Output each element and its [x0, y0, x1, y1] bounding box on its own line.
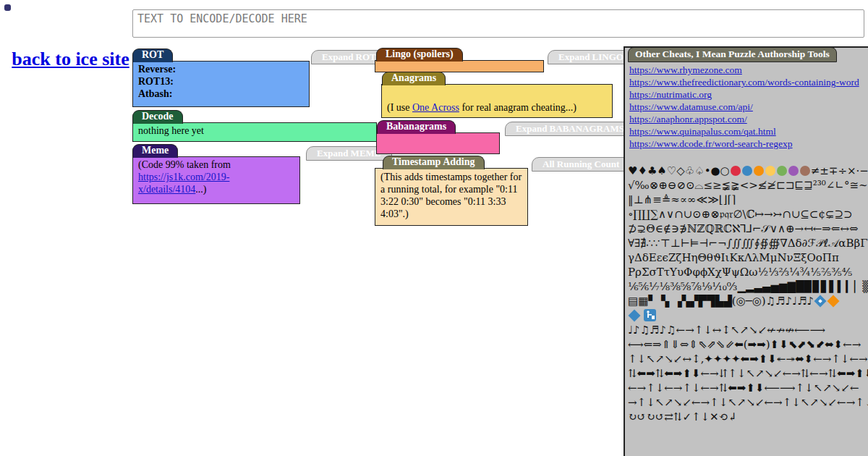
rot-rot13-label: ROT13:	[138, 75, 304, 88]
corner-mark	[4, 4, 11, 11]
all-running-count-button[interactable]: All Running Count	[532, 157, 630, 172]
meme-note-suffix: ...)	[195, 184, 206, 195]
symbol-row[interactable]: ⟷⇐⇒⇑⇓⇔⇕⇖⇗⇘⇙⬅(➡➡)⬆⬇⬉⬈⬊⬋⬌⬍←→	[628, 337, 868, 352]
rhymezone-link[interactable]: https://www.rhymezone.com	[629, 64, 742, 75]
meme-output-box: (Code 99% taken from https://js1k.com/20…	[132, 156, 300, 204]
expand-babanagrams-button[interactable]: Expand BABANAGRAMS	[505, 122, 635, 136]
symbol-row[interactable]: ▤▦▘▝▖▗▚▞▛▜▙▟(◎─◎)♫♬♪♩♬♪	[628, 294, 868, 308]
symbol-row[interactable]: ⊅⊋Θ∈∉∋∌ℕℤℚℝℂℵ⅂⅃⌐𝒮∨∧⊕→↤←⇒⇐↔⇔	[628, 221, 868, 236]
anaphonr-link[interactable]: https://anaphonr.appspot.com/	[629, 114, 747, 124]
tab-decode[interactable]: Decode	[132, 110, 183, 124]
lingo-output-box	[375, 60, 544, 72]
timestamp-note-box: (This adds timestamps together for a run…	[375, 168, 528, 226]
rot-reverse-label: Reverse:	[138, 63, 304, 75]
symbol-row[interactable]: ‖⊥⋔≡≜≈∝∞≪≫⌊⌋⌈⌉	[628, 193, 868, 207]
babanagrams-output-box	[376, 132, 500, 154]
symbol-palette: ♥♦♣♠♡◇♧♤•●○≠±∓÷×·− √‰⊗⊕⊖⊘⊙⌓≤≥≨≩<>≰≱⊏⊐⊑⊒²…	[628, 164, 868, 424]
anagrams-note-suffix: for real anagram cheating...)	[459, 102, 576, 113]
symbol-row[interactable]: ♥♦♣♠♡◇♧♤•●○≠±∓÷×·−	[628, 164, 868, 178]
quinapalus-link[interactable]: https://www.quinapalus.com/qat.html	[629, 126, 776, 137]
one-across-link[interactable]: One Across	[412, 102, 459, 113]
tab-timestamp-adding[interactable]: Timestamp Adding	[383, 156, 485, 169]
meme-js1k-link[interactable]: https://js1k.com/2019-x/details/4104	[138, 172, 229, 195]
anagrams-note-prefix: (I use	[387, 102, 412, 113]
symbol-row[interactable]: ↻↺↻↺⇄⇅✓↑↓✕⟲↲	[628, 410, 868, 424]
blue-diamond-icon[interactable]	[629, 310, 641, 322]
symbol-row[interactable]	[628, 308, 868, 323]
blue-diamond-dotted-icon[interactable]	[814, 295, 827, 308]
symbol-row[interactable]: ←→↑↓←→↑↓←→⇅⬅➡⬆⬇⟵⟶↑↓↖↗↘↙←	[628, 381, 868, 395]
colored-dot-icons	[730, 164, 811, 177]
tab-lingo[interactable]: Lingo (spoilers)	[376, 48, 463, 62]
symbol-row[interactable]: ♩♪♫♬♪♫←→↑↓↔↕↖↗↘↙↚↛↮⟵⟶	[628, 323, 868, 337]
symbol-row[interactable]: ∘∏∐∑∧∨∩∪⊙⊕⊗𝔭𝔮𝔯∅\ℂ↦→↣∩∪⊆⊂¢⊊⊇⊃	[628, 207, 868, 221]
encode-decode-input[interactable]	[132, 9, 864, 38]
link-item: https://www.thefreedictionary.com/words-…	[629, 76, 865, 88]
thefreedictionary-link[interactable]: https://www.thefreedictionary.com/words-…	[629, 77, 859, 88]
cheats-link-list: https://www.rhymezone.com https://www.th…	[629, 64, 865, 150]
symbol-row[interactable]: ⇅⬅➡⇅⬅➡⬆⬇←→⇵↑↓↖↗↘↙←→⇅←→⇅⬅➡⬆⬇	[628, 366, 868, 381]
rot-atbash-label: Atbash:	[138, 88, 304, 100]
cheats-panel-title: Other Cheats, I Mean Puzzle Authorship T…	[628, 47, 837, 62]
symbol-row[interactable]: ↑↓↖↗↘↙↔↕‚✦✦✦✦⬅➡⬆⬇↞↠⬌⬍←→↑↓←→	[628, 352, 868, 366]
tab-rot[interactable]: ROT	[132, 48, 173, 62]
tab-babanagrams[interactable]: Babanagrams	[377, 120, 456, 134]
link-item: https://www.dcode.fr/word-search-regexp	[629, 138, 865, 150]
orange-diamond-icon[interactable]	[827, 295, 840, 308]
link-item: https://www.quinapalus.com/qat.html	[629, 125, 865, 138]
symbol-row[interactable]: ΡρΣσΤτΥυΦφϕΧχΨψΩω½⅓⅔¼¾⅕⅖⅗⅘	[628, 265, 868, 279]
symbol-row[interactable]: ⅙⅚⅐⅛⅜⅝⅞⅑⅒↉▁▂▃▄▅▆▇█▉▊▋▌▍▎▏▒	[628, 279, 868, 294]
rot-output-box: Reverse: ROT13: Atbash:	[132, 61, 310, 107]
symbol-row[interactable]: √‰⊗⊕⊖⊘⊙⌓≤≥≨≩<>≰≱⊏⊐⊑⊒²³⁰∠∟°≅~	[628, 178, 868, 193]
link-item: https://anaphonr.appspot.com/	[629, 113, 865, 125]
datamuse-link[interactable]: https://www.datamuse.com/api/	[629, 101, 753, 112]
put-litter-in-bin-icon[interactable]	[644, 309, 656, 321]
tab-anagrams[interactable]: Anagrams	[382, 72, 446, 85]
meme-note-prefix: (Code 99% taken from	[138, 159, 231, 170]
decode-output-box: nothing here yet	[132, 122, 377, 142]
symbol-row[interactable]: ∀∃∄∴∵⊤⊥⊢⊨⊣⌐¬∫∬∭∮∯∰∇Δδ∂ℱ𝒫ℓ𝒜αΒβΓ	[628, 236, 868, 250]
back-to-ice-site-link[interactable]: back to ice site	[4, 48, 137, 70]
tab-meme[interactable]: Meme	[132, 144, 178, 158]
nutrimatic-link[interactable]: https://nutrimatic.org	[629, 89, 712, 100]
dcode-link[interactable]: https://www.dcode.fr/word-search-regexp	[629, 138, 793, 149]
cheats-panel: Other Cheats, I Mean Puzzle Authorship T…	[624, 46, 868, 456]
link-item: https://www.rhymezone.com	[629, 64, 865, 76]
anagrams-output-box: (I use One Across for real anagram cheat…	[381, 84, 613, 118]
link-item: https://www.datamuse.com/api/	[629, 101, 865, 113]
link-item: https://nutrimatic.org	[629, 88, 865, 101]
symbol-row[interactable]: →↑↓↖↗↘↙←→↑↓↖↗↘↙←→↑↓↖↗↘↙←→↑↓↖↗↘	[628, 395, 868, 410]
symbol-row[interactable]: γΔδΕεϵΖζΗηΘθϑΙιΚκΛλΜμΝνΞξΟοΠπ	[628, 250, 868, 265]
expand-lingo-button[interactable]: Expand LINGO	[548, 50, 634, 64]
